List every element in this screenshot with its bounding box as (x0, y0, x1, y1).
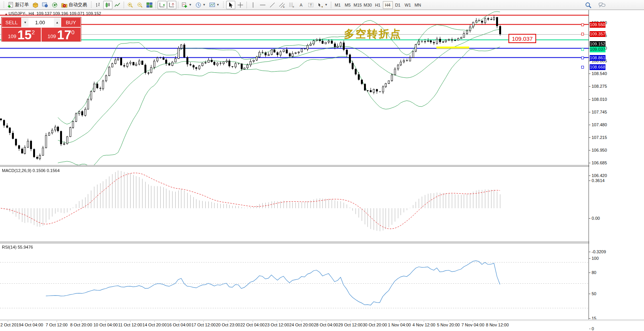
toolbar-grip (223, 2, 225, 8)
volume-input[interactable]: 1.00 (29, 17, 54, 27)
search-icon (585, 2, 592, 8)
timeframe-button-m1[interactable]: M1 (333, 1, 343, 9)
chat-button[interactable] (597, 1, 607, 9)
fibonacci-button[interactable]: F (287, 1, 296, 9)
macd-panel-canvas[interactable] (0, 167, 589, 242)
buy-price-point: 0 (71, 29, 74, 35)
sell-price-display[interactable]: 109 15 2 (2, 27, 41, 42)
zoom-out-button[interactable] (135, 1, 144, 9)
turning-point-annotation[interactable]: 多空转折点 (344, 27, 402, 41)
clock-icon (195, 2, 201, 8)
bar-chart-button[interactable] (94, 1, 103, 9)
symbol-timeframe: USDJPY-, H4 (8, 11, 34, 16)
price-chart-canvas[interactable] (0, 10, 589, 165)
auto-trading-button[interactable]: 自动交易 (60, 1, 89, 9)
price-axis-label: 107.215 (592, 135, 607, 140)
navigator-button[interactable] (50, 1, 59, 9)
price-line-handle[interactable] (581, 66, 584, 69)
buy-price-display[interactable]: 109 17 0 (41, 27, 81, 42)
auto-trading-icon (61, 2, 67, 8)
templates-button[interactable]: ▼ (208, 1, 221, 9)
trendline-icon (269, 2, 275, 8)
dropdown-arrow-icon: ▼ (203, 3, 206, 7)
dropdown-arrow-icon: ▼ (325, 3, 328, 7)
time-axis-label: 4 Nov 12:00 (413, 323, 435, 327)
candlestick-chart-icon (105, 2, 111, 8)
market-watch-button[interactable] (40, 1, 50, 9)
new-order-button[interactable]: 新订单 (6, 1, 30, 9)
chart-shift-button[interactable] (167, 1, 176, 9)
chart-title: ▲ USDJPY-, H4 109.137 109.196 109.071 10… (5, 11, 101, 16)
tile-windows-button[interactable] (145, 1, 154, 9)
time-axis-label: 4 Oct 04:00 (21, 323, 43, 327)
macd-axis-tick (589, 181, 590, 181)
price-axis-label: 107.745 (592, 110, 607, 114)
chat-icon (599, 2, 605, 8)
price-line-tag[interactable]: 109.037 (590, 47, 605, 52)
price-line-tag[interactable]: 109.152 (590, 41, 605, 47)
price-line-tag[interactable]: 108.861 (590, 55, 605, 61)
timeframe-button-w1[interactable]: W1 (403, 1, 413, 9)
chart-profiles-icon (32, 2, 39, 8)
rsi-panel-canvas[interactable] (0, 243, 589, 319)
timeframe-button-d1[interactable]: D1 (393, 1, 403, 9)
chart-area[interactable]: ▲ USDJPY-, H4 109.137 109.196 109.071 10… (0, 10, 644, 329)
auto-scroll-button[interactable] (158, 1, 167, 9)
toolbar-separator (178, 2, 178, 8)
timeframe-button-m15[interactable]: M15 (353, 1, 363, 9)
cursor-icon (228, 2, 234, 8)
buy-price-pips: 17 (57, 29, 71, 41)
time-axis-label: 17 Oct 12:00 (191, 323, 216, 327)
volume-increase-button[interactable]: ▲ (54, 17, 61, 27)
cursor-button[interactable] (226, 1, 235, 9)
rsi-axis-label: 80 (592, 270, 596, 275)
price-callout-box[interactable]: 109.037 (508, 34, 536, 43)
volume-decrease-button[interactable]: ▼ (22, 17, 29, 27)
templates-icon (209, 2, 215, 8)
timeframe-button-mn[interactable]: MN (413, 1, 423, 9)
timeframe-button-m5[interactable]: M5 (343, 1, 353, 9)
periods-button[interactable]: ▼ (194, 1, 207, 9)
buy-button[interactable]: BUY (61, 17, 81, 27)
toolbar-separator (124, 2, 124, 8)
sell-button[interactable]: SELL (2, 17, 22, 27)
timeframe-button-h4[interactable]: H4 (383, 1, 393, 9)
price-line-tag[interactable]: 108.668 (590, 64, 605, 70)
price-line-tag[interactable]: 109.550 (590, 22, 605, 28)
yellow-highlight-segment[interactable] (436, 47, 469, 48)
timeframe-button-h1[interactable]: H1 (373, 1, 383, 9)
zoom-in-button[interactable] (126, 1, 135, 9)
svg-text:T: T (310, 3, 312, 7)
chart-profiles-button[interactable] (31, 1, 40, 9)
indicators-button[interactable]: ▼ (180, 1, 193, 9)
candlestick-chart-button[interactable] (103, 1, 112, 9)
arrows-button[interactable]: ▼ (316, 1, 329, 9)
text-button[interactable]: A (297, 1, 306, 9)
price-line-handle[interactable] (581, 23, 584, 26)
time-axis-label: 28 Oct 04:00 (314, 323, 338, 327)
time-axis-label: 5 Nov 20:00 (437, 323, 460, 327)
price-line-handle[interactable] (581, 48, 584, 51)
text-label-button[interactable]: T (306, 1, 315, 9)
line-chart-button[interactable] (113, 1, 122, 9)
search-button[interactable] (584, 1, 593, 9)
tile-windows-icon (146, 2, 153, 8)
toolbar-grip (3, 2, 5, 8)
time-axis-label: 23 Oct 12:00 (265, 323, 289, 327)
horizontal-line-button[interactable] (258, 1, 267, 9)
crosshair-button[interactable] (236, 1, 245, 9)
time-axis-label: 14 Oct 20:00 (143, 323, 167, 327)
price-axis-tick (589, 125, 590, 125)
equidistant-channel-button[interactable]: E (277, 1, 287, 9)
trendline-button[interactable] (268, 1, 277, 9)
price-axis-tick (589, 137, 590, 138)
vertical-line-button[interactable] (248, 1, 258, 9)
timeframe-button-m30[interactable]: M30 (363, 1, 373, 9)
price-axis-label: 106.420 (592, 173, 607, 178)
svg-text:A: A (300, 3, 303, 7)
price-line-handle[interactable] (581, 57, 584, 59)
time-axis[interactable]: 2 Oct 20194 Oct 04:007 Oct 12:008 Oct 20… (0, 320, 589, 329)
price-line-tag[interactable]: 109.357 (590, 31, 605, 37)
arrows-icon (317, 2, 324, 8)
price-line-handle[interactable] (581, 33, 584, 35)
